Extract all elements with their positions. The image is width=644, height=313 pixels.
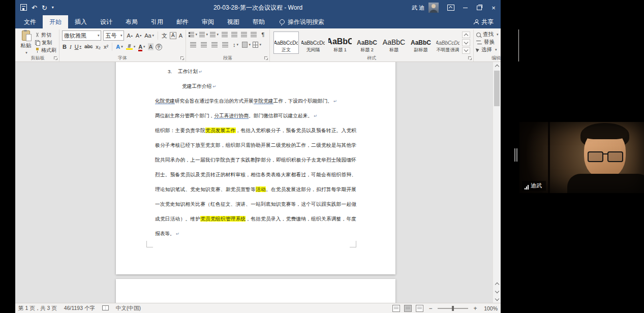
share-button[interactable]: 共享	[474, 15, 494, 28]
ribbon-tab[interactable]: 邮件	[170, 15, 195, 28]
sort-button[interactable]	[250, 30, 257, 39]
minimize-button[interactable]	[458, 0, 472, 15]
styles-more-button[interactable]	[462, 47, 470, 54]
zoom-slider[interactable]	[438, 308, 468, 309]
previous-page-button[interactable]	[493, 280, 501, 288]
subscript-button[interactable]: x₂	[95, 43, 101, 50]
ribbon-tab[interactable]: 审阅	[195, 15, 221, 28]
find-button[interactable]: 查找▾	[476, 31, 516, 38]
style-item[interactable]: AaBbCcDc不明显强调	[435, 32, 461, 54]
language-status[interactable]: 中文(中国)	[116, 305, 141, 312]
numbering-button[interactable]: ▾	[199, 30, 208, 39]
redo-button[interactable]: ↻	[42, 5, 47, 11]
align-center-button[interactable]	[199, 41, 208, 49]
italic-button[interactable]: I	[69, 43, 72, 50]
document-line[interactable]: 两位副主席分管两个部门，分工再进行协商。部门微信群可以建立起来。↵	[155, 108, 356, 123]
style-item[interactable]: AaBbC标题	[381, 32, 407, 54]
font-color-button[interactable]: A▾	[138, 43, 145, 50]
shrink-font-button[interactable]: A	[135, 32, 142, 39]
video-collapse-handle[interactable]	[514, 148, 518, 162]
video-panel[interactable]: 迪武	[519, 122, 644, 193]
close-button[interactable]: ×	[486, 0, 501, 15]
bullets-button[interactable]: ▾	[189, 30, 197, 39]
ribbon-tab[interactable]: 帮助	[246, 15, 271, 28]
zoom-slider-thumb[interactable]	[452, 306, 454, 311]
superscript-button[interactable]: x²	[103, 43, 109, 50]
tell-me-search[interactable]: 操作说明搜索	[280, 15, 324, 28]
next-page-button[interactable]	[493, 288, 501, 295]
document-line[interactable]: 报表等。↵	[155, 226, 356, 241]
font-size-combo[interactable]: 五号▾	[103, 30, 124, 41]
paragraph-dialog-launcher[interactable]	[264, 56, 268, 60]
grow-font-button[interactable]: A	[126, 32, 133, 39]
document-line[interactable]: 成党日活动）。维护党员党组织管理系统，包括党员录入，党费缴纳，组织关系调整，年度	[155, 211, 356, 226]
align-right-button[interactable]	[210, 41, 219, 49]
copy-button[interactable]: 复制	[35, 39, 56, 46]
multilevel-list-button[interactable]: ▾	[210, 30, 219, 39]
paste-button[interactable]: 粘贴 ▾	[19, 30, 33, 55]
vertical-scrollbar[interactable]	[493, 62, 501, 303]
user-name[interactable]: 武 迪	[412, 4, 424, 12]
bold-button[interactable]: B	[62, 43, 67, 50]
styles-scroll-up-button[interactable]	[462, 32, 470, 38]
ribbon-tab[interactable]: 插入	[68, 15, 94, 28]
clipboard-dialog-launcher[interactable]	[54, 56, 58, 60]
character-border-button[interactable]: A	[170, 32, 176, 39]
style-item[interactable]: AaBbC标题 2	[354, 32, 380, 54]
style-item[interactable]: AaBbC标题 1	[327, 32, 353, 54]
user-avatar[interactable]	[428, 3, 439, 13]
decrease-indent-button[interactable]	[221, 30, 228, 39]
proofing-status[interactable]	[102, 305, 109, 311]
align-left-button[interactable]	[189, 41, 197, 49]
style-item[interactable]: AaBbC副标题	[408, 32, 434, 54]
ribbon-tab[interactable]: 设计	[94, 15, 119, 28]
page-number-status[interactable]: 第 1 页，共 3 页	[18, 305, 57, 312]
word-count-status[interactable]: 46/1193 个字	[64, 305, 95, 312]
zoom-out-button[interactable]: −	[427, 305, 434, 311]
shading-button[interactable]: ▾	[242, 41, 251, 49]
document-line[interactable]: 3.工作计划↵	[168, 64, 356, 79]
styles-dialog-launcher[interactable]	[468, 56, 472, 60]
restore-button[interactable]	[472, 0, 486, 15]
document-line[interactable]: 组织部：主要负责学院党员发展工作，包括入党积极分子，预备党员以及预备转正。入党积	[155, 123, 356, 138]
save-button[interactable]	[20, 4, 27, 12]
print-layout-button[interactable]	[404, 305, 412, 312]
change-case-button[interactable]: Aa▾	[144, 32, 155, 39]
style-item[interactable]: AaBbCcDc正文	[273, 32, 299, 54]
text-effects-button[interactable]: A▾	[115, 43, 123, 50]
font-dialog-launcher[interactable]	[180, 56, 185, 60]
undo-button[interactable]: ↶	[32, 5, 37, 11]
increase-indent-button[interactable]	[230, 30, 238, 39]
scroll-down-button[interactable]	[493, 295, 501, 303]
ribbon-tab[interactable]: 文件	[17, 15, 43, 28]
phonetic-guide-button[interactable]: 文	[161, 32, 168, 39]
styles-scroll-down-button[interactable]	[462, 39, 470, 46]
ribbon-tab[interactable]: 引用	[144, 15, 170, 28]
document-line[interactable]: 化院党建研究会旨在通过学生自治的方式开展学院党建工作，下设四个职能部门。↵	[155, 93, 356, 108]
document-line[interactable]: 党建工作介绍↵	[182, 79, 356, 93]
document-page-2[interactable]	[116, 279, 395, 303]
style-item[interactable]: AaBbCcDc无间隔	[300, 32, 326, 54]
highlight-color-button[interactable]: ▾	[126, 43, 136, 50]
underline-button[interactable]: U▾	[74, 43, 82, 50]
asian-layout-button[interactable]	[240, 30, 248, 39]
font-name-combo[interactable]: 微软雅黑▾	[62, 30, 101, 41]
document-line[interactable]: 理论知识笔试、党史知识竞赛、新党员宣誓等活动。在党员发展这部分，拟打算每学期开展	[155, 182, 356, 197]
document-line[interactable]: 烈士。预备党员以及党员转正的材料审核，相信各类表格大家都看过，可能会有组织答辩、	[155, 167, 356, 182]
scroll-up-button[interactable]	[493, 62, 501, 70]
cut-button[interactable]: 剪切	[35, 32, 56, 39]
zoom-in-button[interactable]: +	[472, 305, 478, 311]
ribbon-tab[interactable]: 视图	[221, 15, 246, 28]
select-button[interactable]: 选择▾	[476, 46, 516, 53]
show-formatting-marks-button[interactable]: ¶	[259, 30, 267, 39]
enclose-characters-button[interactable]: 字	[156, 44, 162, 50]
character-shading-button[interactable]: A	[148, 43, 154, 50]
read-mode-button[interactable]	[392, 305, 400, 312]
clear-formatting-button[interactable]: A	[178, 32, 183, 39]
borders-button[interactable]: ▾	[253, 41, 261, 49]
replace-button[interactable]: 替换	[476, 39, 516, 46]
ribbon-tab[interactable]: 布局	[119, 15, 144, 28]
line-spacing-button[interactable]: ↕▾	[231, 41, 240, 49]
document-line[interactable]: 院共同承办的，上一届我们学院负责了实践教学部分，即组织积极分子去龙华烈士陵园缅怀	[155, 152, 356, 167]
document-page-1[interactable]: 3.工作计划↵党建工作介绍↵化院党建研究会旨在通过学生自治的方式开展学院党建工作…	[116, 62, 395, 274]
